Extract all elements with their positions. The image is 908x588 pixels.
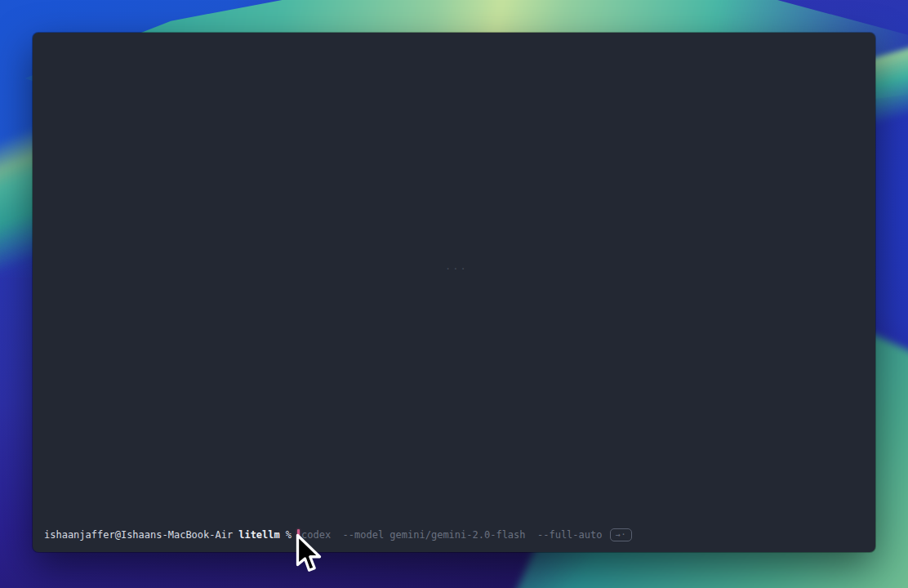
terminal-prompt-line[interactable]: ishaanjaffer@Ishaans-MacBook-Air litellm… bbox=[44, 528, 867, 541]
terminal-loading-ellipsis: ··· bbox=[445, 263, 468, 274]
command-autosuggestion: codex --model gemini/gemini-2.0-flash --… bbox=[301, 528, 602, 541]
terminal-window[interactable]: ··· ishaanjaffer@Ishaans-MacBook-Air lit… bbox=[33, 33, 875, 552]
prompt-directory: litellm bbox=[238, 528, 280, 541]
prompt-symbol: % bbox=[286, 528, 292, 541]
prompt-user-host: ishaanjaffer@Ishaans-MacBook-Air bbox=[44, 528, 233, 541]
text-cursor bbox=[297, 529, 300, 541]
accept-suggestion-key-badge: →· bbox=[610, 528, 631, 541]
